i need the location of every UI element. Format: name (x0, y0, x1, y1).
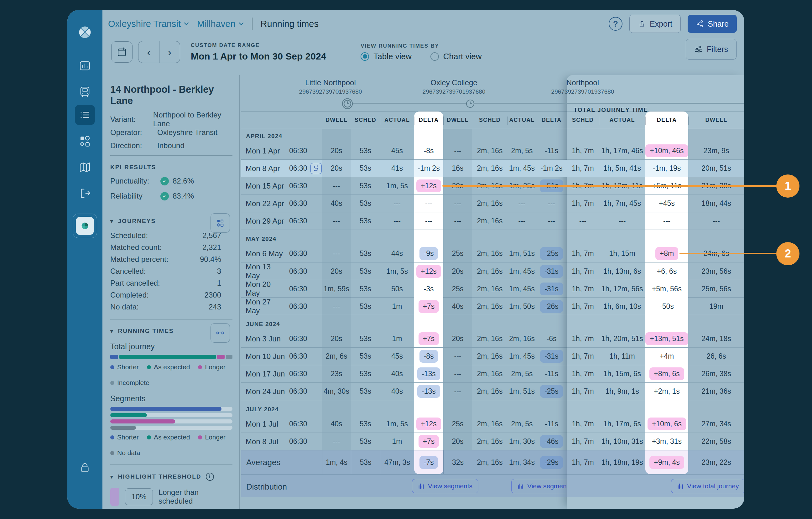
table-row[interactable]: Mon 29 Apr06:30---53s---------2m, 16s---… (241, 212, 744, 230)
table-row[interactable]: Mon 8 Apr06:3020s53s41s-1m 2s16s2m, 16s1… (241, 160, 744, 177)
prev-period-button[interactable]: ‹ (139, 41, 159, 63)
table-row[interactable]: Mon 1 Jul06:3040s53s1m, 5s+12s25s2m, 16s… (241, 415, 744, 433)
cell-8: 1h, 7m (567, 415, 599, 433)
breadcrumb-region[interactable]: Millhaven (197, 19, 244, 29)
cell-text: 25s (452, 420, 463, 428)
info-icon[interactable]: i (206, 473, 214, 481)
table-row[interactable]: Mon 10 Jun06:302m, 6s53s45s-8s---2m, 16s… (241, 348, 744, 365)
cell-11: 18m, 44s (688, 195, 744, 212)
sidebar-item-app[interactable] (73, 213, 97, 238)
cell-text: -11s (545, 147, 558, 155)
bus-vehicle-icon (78, 85, 91, 98)
segments-link-button[interactable] (210, 323, 230, 343)
cell-text: -11s (545, 420, 558, 428)
table-row[interactable]: Mon 27 May06:30---53s1m+7s40s2m, 16s1m, … (241, 297, 744, 315)
cell-6: 2m, 5s (508, 142, 536, 160)
cell-text: 26, 6s (706, 352, 726, 361)
view-segments-2-button[interactable]: View segments (511, 479, 567, 493)
cell-text: --- (454, 199, 461, 208)
column-header-dwell-4[interactable]: DWELL (443, 112, 472, 129)
cell-text: 1h, 7m (572, 199, 593, 208)
month-row-cell (351, 129, 380, 142)
cell-6: 1m, 45s (508, 262, 536, 280)
sidebar-item-running-times[interactable] (75, 105, 95, 125)
column-header-sched-8[interactable]: SCHED (567, 112, 599, 129)
table-row[interactable]: Mon 1 Apr06:3020s53s45s-8s---2m, 16s2m, … (241, 142, 744, 160)
cell-text: 2m, 16s (477, 420, 503, 428)
column-header-actual-2[interactable]: ACTUAL (380, 112, 414, 129)
cell-10: +2m, 1s (645, 383, 688, 400)
filters-button[interactable]: Filters (686, 39, 736, 59)
cell-time: 06:30 (287, 383, 322, 400)
delta-chip-blue: -13s (417, 367, 440, 380)
breadcrumb-operator[interactable]: Oxleyshire Transit (108, 19, 189, 29)
month-row-cell (508, 230, 536, 245)
radio-table-view[interactable]: Table view (360, 52, 411, 61)
cell-text: 1h, 7m (572, 352, 593, 361)
sidebar-item-dashboard[interactable] (75, 56, 95, 76)
month-row-cell (508, 400, 536, 415)
view-total-journey-button[interactable]: View total journey (671, 479, 744, 493)
cell-text: 1h, 7m (572, 335, 593, 343)
cell-3: -1m 2s (414, 160, 443, 177)
collapse-caret-icon[interactable]: ▾ (110, 328, 114, 335)
journeys-categories-button[interactable] (210, 213, 230, 233)
month-row-cell (322, 315, 351, 330)
help-button[interactable]: ? (609, 17, 622, 31)
stations-header: Little Northpool 2967392739701937680 Oxl… (241, 75, 744, 111)
column-header-delta-3[interactable]: DELTA (414, 112, 443, 129)
cell-3: -13s (414, 383, 443, 400)
table-row[interactable]: Mon 13 May06:3020s53s1m, 5s+12s20s2m, 16… (241, 262, 744, 280)
column-header-actual-9[interactable]: ACTUAL (599, 112, 645, 129)
table-row[interactable]: Mon 17 Jun06:3023s53s40s-13s---2m, 16s2m… (241, 365, 744, 383)
cell-text: 20s (452, 182, 463, 190)
detail-label: Direction: (110, 141, 157, 150)
table-row[interactable]: Mon 24 Jun06:304m, 30s53s40s-13s---2m, 1… (241, 383, 744, 400)
cell-4: --- (443, 142, 472, 160)
averages-row: Averages1m, 4s53s47m, 3s-7s32s2m, 16s1m,… (241, 451, 744, 474)
next-period-button[interactable]: › (159, 41, 180, 63)
table-row[interactable]: Mon 22 Apr06:3040s53s---------2m, 16s---… (241, 195, 744, 212)
cell-10: +8m (645, 245, 688, 262)
calendar-button[interactable] (111, 41, 133, 63)
month-row-cell (688, 129, 744, 142)
cell-text: --- (519, 199, 526, 208)
column-header-delta-7[interactable]: DELTA (536, 112, 567, 129)
table-row[interactable]: Mon 3 Jun06:3020s53s1m+7s20s2m, 16s2m, 1… (241, 330, 744, 348)
table-row[interactable]: Mon 15 Apr06:30---53s1m, 5s+12s20s2m, 16… (241, 177, 744, 195)
column-header-actual-6[interactable]: ACTUAL (508, 112, 536, 129)
column-header-delta-10[interactable]: DELTA (645, 112, 688, 129)
sidebar-item-vehicles[interactable] (75, 82, 95, 102)
cell-9: 1h, 17m, 6s (599, 415, 645, 433)
column-header-dwell-11[interactable]: DWELL (688, 112, 744, 129)
cell-text: 18m, 44s (701, 199, 731, 208)
longer-threshold-input[interactable]: 10% (125, 488, 153, 505)
cell-text: 20m, 51s (701, 164, 731, 173)
column-header-dwell-0[interactable]: DWELL (322, 112, 351, 129)
route-variant-icon[interactable] (311, 163, 322, 174)
collapse-caret-icon[interactable]: ▾ (110, 218, 114, 225)
legend-label: Incomplete (117, 379, 149, 386)
station-id: 2967392739701937680 (529, 88, 636, 95)
radio-chart-view[interactable]: Chart view (430, 52, 482, 61)
view-segments-button[interactable]: View segments (412, 479, 478, 493)
sidebar-item-map[interactable] (75, 157, 95, 177)
table-row[interactable]: Mon 8 Jul06:30---53s1m+7s20s2m, 16s1m, 3… (241, 433, 744, 451)
column-header-sched-5[interactable]: SCHED (472, 112, 508, 129)
table-row[interactable]: Mon 6 May06:30---53s44s-9s25s2m, 16s1m, … (241, 245, 744, 262)
cell-1: 53s (351, 365, 380, 382)
share-button[interactable]: Share (688, 15, 737, 33)
callout-circle-1: 1 (776, 174, 800, 198)
sidebar-item-logout[interactable] (75, 183, 95, 203)
cell-text: 1h, 7m, 45s (603, 199, 641, 208)
kpi-punctuality-value: 82.6% (173, 177, 194, 185)
collapse-caret-icon[interactable]: ▾ (110, 473, 114, 480)
cell-text: 1m, 59s (324, 285, 349, 293)
table-row[interactable]: Mon 20 May06:301m, 59s53s50s-3s25s2m, 16… (241, 280, 744, 297)
cell-text: 2m, 5s (511, 147, 532, 155)
cell-1: 53s (351, 451, 380, 474)
sidebar-item-categories[interactable] (75, 131, 95, 151)
export-button[interactable]: Export (629, 15, 681, 33)
segment-bar-track (110, 420, 232, 424)
column-header-sched-1[interactable]: SCHED (351, 112, 380, 129)
